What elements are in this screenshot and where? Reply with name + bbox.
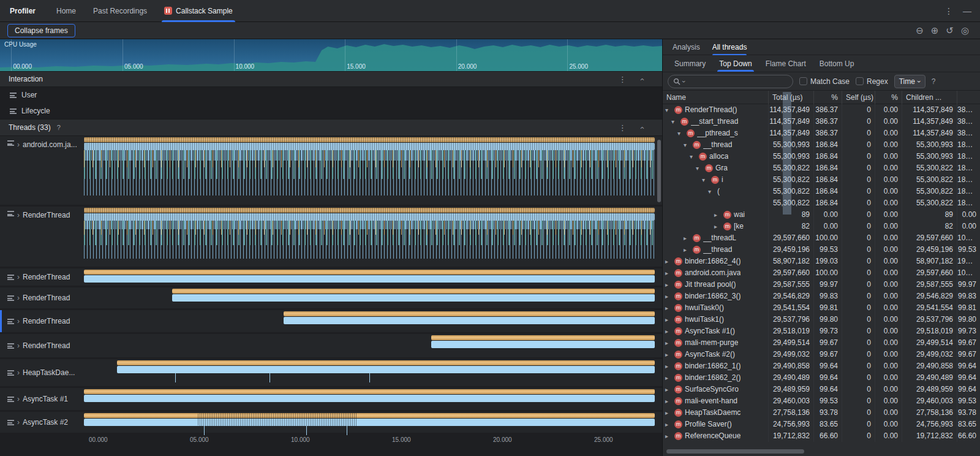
- thread-label[interactable]: ›RenderThread: [0, 334, 84, 357]
- tree-toggle-icon[interactable]: ▸: [714, 221, 721, 232]
- tree-toggle-icon[interactable]: ▾: [690, 151, 696, 162]
- collapse-section-icon[interactable]: ›: [636, 126, 646, 129]
- help-icon[interactable]: ?: [932, 77, 936, 86]
- tree-toggle-icon[interactable]: ▸: [665, 430, 672, 442]
- tree-toggle-icon[interactable]: ▸: [665, 314, 672, 325]
- table-row[interactable]: ▸m[ke820.0000.00820.00: [663, 221, 980, 232]
- table-row[interactable]: ▸mmali-mem-purge29,499,51499.6700.0029,4…: [663, 337, 980, 349]
- minimize-icon[interactable]: —: [963, 6, 971, 16]
- kebab-menu-icon[interactable]: ⋮: [619, 123, 627, 132]
- tab-home[interactable]: Home: [48, 0, 85, 22]
- collapse-frames-button[interactable]: Collapse frames: [7, 24, 75, 37]
- search-input[interactable]: ›: [668, 75, 793, 88]
- tree-toggle-icon[interactable]: ▾: [671, 116, 678, 127]
- help-icon[interactable]: ?: [57, 124, 61, 131]
- tab-past-recordings[interactable]: Past Recordings: [85, 0, 156, 22]
- tree-toggle-icon[interactable]: ▸: [665, 372, 672, 384]
- thread-track[interactable]: [84, 136, 655, 205]
- tree-toggle-icon[interactable]: ▸: [665, 256, 672, 267]
- thread-row[interactable]: ›android.com.ja...: [0, 136, 662, 205]
- table-row[interactable]: ▾m__start_thread114,357,849386.3700.0011…: [663, 116, 980, 127]
- tree-toggle-icon[interactable]: ▸: [665, 302, 672, 314]
- column-header[interactable]: %: [813, 91, 842, 104]
- table-row[interactable]: ▾mi55,300,822186.8400.0055,300,822186.84: [663, 174, 980, 186]
- tab-analysis[interactable]: Analysis: [673, 39, 700, 55]
- table-row[interactable]: ▾m__thread55,300,993186.8400.0055,300,99…: [663, 139, 980, 151]
- tree-toggle-icon[interactable]: ▸: [665, 349, 672, 360]
- chevron-right-icon[interactable]: ›: [17, 368, 20, 377]
- thread-label[interactable]: ›AsyncTask #2: [0, 412, 84, 433]
- table-row[interactable]: ▸mProfile Saver()24,756,99383.6500.0024,…: [663, 419, 980, 430]
- table-row[interactable]: ▸mandroid.com.java29,597,660100.0000.002…: [663, 267, 980, 279]
- tree-toggle-icon[interactable]: ▸: [714, 209, 721, 221]
- thread-track[interactable]: [84, 388, 655, 410]
- tree-toggle-icon[interactable]: ▸: [665, 395, 672, 407]
- thread-row[interactable]: ›RenderThread: [0, 310, 662, 332]
- table-row[interactable]: ▾mRenderThread()114,357,849386.3700.0011…: [663, 104, 980, 116]
- thread-row[interactable]: ›RenderThread: [0, 334, 662, 357]
- column-header[interactable]: Name: [663, 91, 768, 104]
- vertical-scrollbar[interactable]: [657, 140, 661, 202]
- interaction-section-header[interactable]: Interaction ⋮ ›: [0, 71, 662, 87]
- thread-label[interactable]: ›RenderThread: [0, 207, 84, 267]
- interaction-track-user[interactable]: User: [0, 87, 662, 103]
- tree-toggle-icon[interactable]: ▾: [684, 139, 690, 151]
- column-header[interactable]: Self (µs): [842, 91, 875, 104]
- table-row[interactable]: ▸mbinder:16862_2()29,490,48999.6400.0029…: [663, 372, 980, 384]
- tree-toggle-icon[interactable]: ▸: [665, 337, 672, 349]
- column-header[interactable]: Children ...: [902, 91, 957, 104]
- thread-label[interactable]: ›android.com.ja...: [0, 136, 84, 205]
- tree-toggle-icon[interactable]: ▾: [665, 104, 672, 116]
- table-row[interactable]: ▸mSurfaceSyncGro29,489,95999.6400.0029,4…: [663, 384, 980, 395]
- tree-toggle-icon[interactable]: ▸: [665, 360, 672, 372]
- table-row[interactable]: ▸mwai890.0000.00890.00: [663, 209, 980, 221]
- table-row[interactable]: ▸mAsyncTask #1()29,518,01999.7300.0029,5…: [663, 325, 980, 337]
- chevron-right-icon[interactable]: ›: [17, 273, 20, 281]
- thread-label[interactable]: ›HeapTaskDae...: [0, 359, 84, 386]
- tab-flame-chart[interactable]: Flame Chart: [759, 55, 813, 72]
- kebab-menu-icon[interactable]: ⋮: [619, 75, 627, 84]
- reset-zoom-icon[interactable]: ↺: [946, 26, 954, 35]
- collapse-section-icon[interactable]: ›: [636, 78, 646, 80]
- chevron-right-icon[interactable]: ›: [17, 211, 20, 219]
- tree-toggle-icon[interactable]: ▸: [665, 384, 672, 395]
- zoom-to-selection-icon[interactable]: ◎: [961, 26, 969, 35]
- thread-track[interactable]: [84, 359, 655, 386]
- threads-section-header[interactable]: Threads (33) ? ⋮ ›: [0, 119, 662, 136]
- chevron-right-icon[interactable]: ›: [17, 418, 20, 427]
- table-row[interactable]: ▸mmali-event-hand29,460,00399.5300.0029,…: [663, 395, 980, 407]
- thread-track[interactable]: [84, 310, 655, 332]
- table-row[interactable]: ▾mGra55,300,822186.8400.0055,300,822186.…: [663, 162, 980, 174]
- table-row[interactable]: ▾m__pthread_s114,357,849386.3700.00114,3…: [663, 127, 980, 139]
- tree-toggle-icon[interactable]: ▸: [684, 244, 690, 256]
- chevron-right-icon[interactable]: ›: [17, 317, 20, 325]
- search-history-icon[interactable]: ›: [680, 80, 688, 83]
- tree-toggle-icon[interactable]: ▾: [708, 186, 715, 197]
- thread-track[interactable]: [84, 268, 655, 286]
- table-row[interactable]: ▸mhwuiTask1()29,537,79699.8000.0029,537,…: [663, 314, 980, 325]
- table-row[interactable]: ▸mJit thread pool()29,587,55599.9700.002…: [663, 279, 980, 291]
- horizontal-scrollbar[interactable]: [666, 449, 804, 454]
- column-header[interactable]: %: [875, 91, 902, 104]
- chevron-right-icon[interactable]: ›: [17, 140, 20, 149]
- table-row[interactable]: ▸mbinder:16862_3()29,546,82999.8300.0029…: [663, 291, 980, 302]
- table-row[interactable]: ▸mbinder:16862_4()58,907,182199.0300.005…: [663, 256, 980, 267]
- thread-row[interactable]: ›HeapTaskDae...: [0, 359, 662, 386]
- table-row[interactable]: 55,300,822186.8400.0055,300,822186.84: [663, 197, 980, 209]
- tree-toggle-icon[interactable]: ▸: [665, 267, 672, 279]
- table-row[interactable]: ▸mhwuiTask0()29,541,55499.8100.0029,541,…: [663, 302, 980, 314]
- cpu-usage-chart[interactable]: CPU Usage 00.00005.00010.00015.00020.000…: [0, 39, 662, 71]
- tree-toggle-icon[interactable]: ▸: [665, 279, 672, 291]
- table-row[interactable]: ▸mbinder:16862_1()29,490,85899.6400.0029…: [663, 360, 980, 372]
- kebab-menu-icon[interactable]: ⋮: [944, 6, 953, 16]
- thread-row[interactable]: ›RenderThread: [0, 268, 662, 286]
- chevron-right-icon[interactable]: ›: [17, 294, 20, 302]
- zoom-out-icon[interactable]: ⊖: [916, 26, 924, 35]
- tree-toggle-icon[interactable]: ▸: [665, 407, 672, 419]
- thread-row[interactable]: ›AsyncTask #2: [0, 412, 662, 433]
- thread-row[interactable]: ›AsyncTask #1: [0, 388, 662, 410]
- tree-toggle-icon[interactable]: ▾: [696, 162, 703, 174]
- time-unit-dropdown[interactable]: Time ›: [894, 75, 925, 88]
- tree-toggle-icon[interactable]: ▸: [665, 325, 672, 337]
- thread-track[interactable]: [84, 287, 655, 308]
